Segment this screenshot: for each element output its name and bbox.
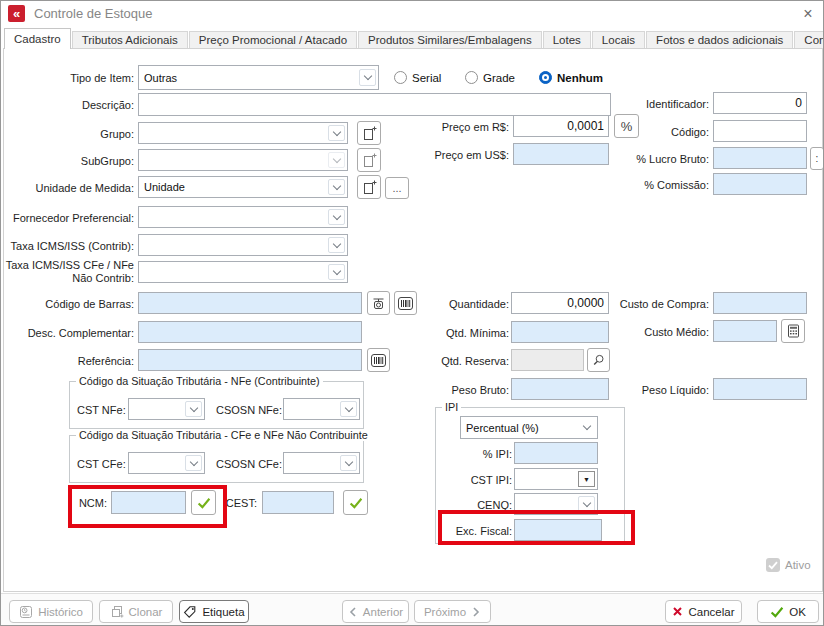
- ipi-pct-label: % IPI:: [438, 443, 512, 465]
- fornecedor-select[interactable]: [138, 206, 348, 228]
- qtd-minima-input[interactable]: [511, 321, 609, 343]
- codigo-barras-label: Código de Barras:: [5, 293, 134, 315]
- identificador-input[interactable]: 0: [713, 92, 807, 114]
- ipi-modo-value: Percentual (%): [466, 422, 539, 434]
- comissao-input[interactable]: [713, 173, 807, 195]
- cst-nfe-groupbox: Código da Situação Tributária - NFe (Con…: [69, 381, 364, 429]
- csosn-nfe-select[interactable]: [283, 398, 360, 420]
- desc-complementar-input[interactable]: [138, 321, 362, 343]
- radio-nenhum[interactable]: [539, 71, 552, 84]
- codigo-input[interactable]: [713, 120, 807, 142]
- tab-fotos-dados-adicionais[interactable]: Fotos e dados adicionais: [646, 31, 793, 48]
- preco-rs-label: Preço em R$:: [381, 116, 509, 138]
- referencia-barcode-button[interactable]: [367, 348, 390, 372]
- unidade-label: Unidade de Medida:: [5, 177, 134, 199]
- scale-button[interactable]: [367, 291, 390, 315]
- peso-liquido-input[interactable]: [713, 378, 807, 400]
- custo-medio-input[interactable]: [713, 320, 777, 342]
- chevron-down-icon: [328, 237, 345, 253]
- ok-button[interactable]: OK: [757, 600, 819, 623]
- taxa-nao-contrib-label-line2: Não Contrib:: [5, 272, 134, 285]
- taxa-contrib-select[interactable]: [138, 234, 348, 256]
- chevron-down-icon: [328, 179, 345, 195]
- tab-produtos-similares-embalagens[interactable]: Produtos Similares/Embalagens: [358, 31, 542, 48]
- cenq-select[interactable]: [514, 493, 598, 515]
- preco-uss-label: Preço em US$:: [381, 144, 509, 166]
- taxa-nao-contrib-label-line1: Taxa ICMS/ISS CFe / NFe: [5, 259, 134, 272]
- grupo-select[interactable]: [138, 122, 348, 144]
- etiqueta-button[interactable]: Etiqueta: [179, 600, 249, 623]
- exc-fiscal-input[interactable]: [514, 519, 602, 541]
- chevron-down-icon: [328, 264, 345, 280]
- historico-button[interactable]: Histórico: [9, 600, 93, 623]
- descricao-input[interactable]: [138, 93, 611, 116]
- preco-rs-input[interactable]: 0,0001: [513, 115, 609, 137]
- tab-cadastro[interactable]: Cadastro: [4, 28, 71, 49]
- proximo-label: Próximo: [424, 606, 466, 618]
- ncm-input[interactable]: [111, 491, 186, 514]
- chevron-right-icon: [471, 606, 481, 618]
- tipo-item-select[interactable]: Outras: [138, 65, 379, 90]
- unidade-select[interactable]: Unidade: [138, 176, 348, 198]
- barcode-button[interactable]: [394, 291, 417, 315]
- radio-serial[interactable]: [394, 71, 407, 84]
- preco-uss-input[interactable]: [513, 143, 609, 165]
- taxa-nao-contrib-select[interactable]: [138, 261, 348, 283]
- anterior-button[interactable]: Anterior: [342, 600, 409, 623]
- ipi-modo-select[interactable]: Percentual (%): [460, 416, 598, 439]
- tab-locais[interactable]: Locais: [592, 31, 645, 48]
- csosn-cfe-select[interactable]: [283, 452, 360, 474]
- qtd-reserva-search-button[interactable]: [587, 348, 610, 372]
- cst-ipi-select[interactable]: ▼: [514, 468, 598, 490]
- cest-input[interactable]: [262, 491, 334, 514]
- lucro-bruto-edge-button[interactable]: :: [810, 147, 824, 170]
- chevron-down-icon: [185, 455, 202, 471]
- cst-cfe-select[interactable]: [128, 452, 205, 474]
- checkmark-icon: [768, 561, 778, 570]
- barcode-icon: [371, 354, 386, 367]
- quantidade-label: Quantidade:: [421, 293, 509, 315]
- check-icon: [197, 497, 211, 509]
- ok-label: OK: [789, 606, 806, 618]
- proximo-button[interactable]: Próximo: [414, 600, 491, 623]
- close-button[interactable]: ×: [798, 4, 818, 23]
- calculator-button[interactable]: [781, 319, 805, 343]
- peso-bruto-input[interactable]: [511, 378, 609, 400]
- subgrupo-add-button[interactable]: [357, 148, 381, 172]
- ipi-groupbox: IPI Percentual (%) % IPI: CST IPI: ▼ CEN…: [435, 407, 625, 544]
- referencia-input[interactable]: [138, 349, 362, 371]
- grupo-add-button[interactable]: [357, 121, 381, 145]
- taxa-nao-contrib-label: Taxa ICMS/ISS CFe / NFe Não Contrib:: [5, 259, 134, 285]
- ncm-validate-button[interactable]: [191, 490, 216, 515]
- tab-bar: Cadastro Tributos Adicionais Preço Promo…: [4, 28, 824, 49]
- unidade-more-button[interactable]: ...: [385, 177, 409, 199]
- cst-nfe-group-title: Código da Situação Tributária - NFe (Con…: [76, 375, 323, 387]
- ativo-checkbox: [766, 558, 780, 572]
- cest-validate-button[interactable]: [343, 490, 368, 515]
- chevron-down-icon: [578, 419, 595, 436]
- colon-icon: :: [816, 153, 819, 164]
- tipo-item-value: Outras: [144, 72, 177, 84]
- codigo-barras-input[interactable]: [138, 292, 362, 314]
- radio-grade-label: Grade: [483, 71, 515, 85]
- clonar-button[interactable]: Clonar: [99, 600, 173, 623]
- unidade-add-button[interactable]: [357, 175, 381, 199]
- tab-lotes[interactable]: Lotes: [543, 31, 591, 48]
- radio-grade[interactable]: [465, 71, 478, 84]
- tab-preco-promocional-atacado[interactable]: Preço Promocional / Atacado: [189, 31, 357, 48]
- lucro-bruto-input[interactable]: [713, 147, 807, 169]
- subgrupo-select[interactable]: [138, 149, 348, 171]
- cst-nfe-select[interactable]: [128, 398, 205, 420]
- tipo-item-label: Tipo de Item:: [5, 67, 134, 89]
- new-item-icon: [362, 126, 377, 141]
- anterior-label: Anterior: [363, 606, 403, 618]
- custo-compra-label: Custo de Compra:: [591, 293, 709, 315]
- tab-tributos-adicionais[interactable]: Tributos Adicionais: [72, 31, 188, 48]
- cenq-label: CENQ:: [438, 494, 512, 516]
- desc-complementar-label: Desc. Complementar:: [5, 322, 134, 344]
- ipi-pct-input[interactable]: [514, 442, 598, 464]
- custo-compra-input[interactable]: [713, 292, 807, 314]
- tab-controles-especificos[interactable]: Controles específicos: [794, 31, 824, 48]
- lucro-bruto-label: % Lucro Bruto:: [601, 148, 709, 170]
- cancelar-button[interactable]: Cancelar: [665, 600, 742, 623]
